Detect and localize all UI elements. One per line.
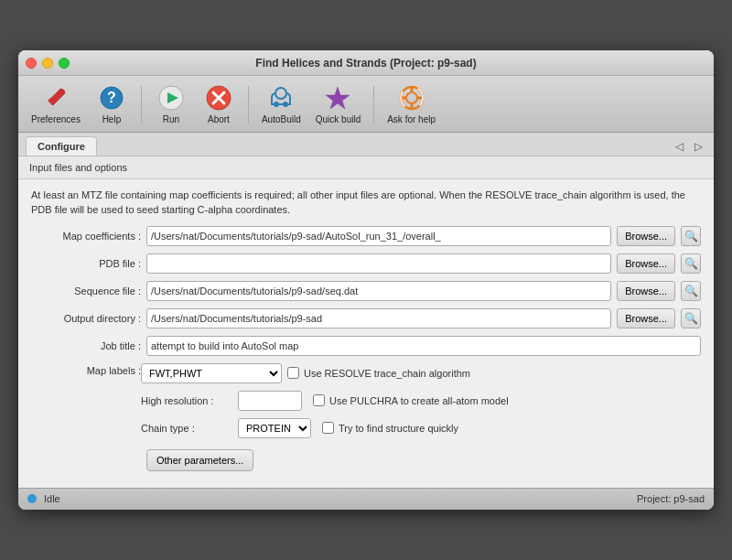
map-coefficients-input[interactable] <box>146 226 611 246</box>
statusbar: Idle Project: p9-sad <box>18 488 714 510</box>
question-icon: ? <box>97 83 126 113</box>
abort-label: Abort <box>208 114 230 124</box>
askhelp-button[interactable]: Ask for help <box>382 80 441 128</box>
traffic-lights <box>26 58 70 69</box>
chain-type-label: Chain type : <box>141 423 232 434</box>
status-indicator <box>27 494 37 503</box>
pulchra-label: Use PULCHRA to create all-atom model <box>329 395 509 406</box>
map-coefficients-row: Map coefficients : Browse... 🔍 <box>31 226 701 246</box>
section-header: Input files and options <box>18 156 714 179</box>
map-labels-label: Map labels : <box>31 365 141 376</box>
info-text: At least an MTZ file containing map coef… <box>31 188 701 217</box>
job-title-input[interactable] <box>146 336 701 356</box>
pdb-file-mag-button[interactable]: 🔍 <box>681 253 701 274</box>
resolve-trace-checkbox[interactable] <box>287 367 299 379</box>
chain-type-select[interactable]: PROTEIN DNA RNA <box>238 418 311 438</box>
maximize-button[interactable] <box>59 58 70 69</box>
output-directory-label: Output directory : <box>31 313 141 324</box>
map-coefficients-browse-button[interactable]: Browse... <box>617 226 675 246</box>
svg-marker-11 <box>326 87 350 109</box>
tab-bar: Configure ◁ ▷ <box>18 133 714 156</box>
output-directory-mag-button[interactable]: 🔍 <box>681 308 701 328</box>
other-params-row: Other parameters... <box>31 446 701 471</box>
tab-navigation: ◁ ▷ <box>672 140 706 153</box>
svg-point-10 <box>283 102 288 107</box>
quickbuild-icon <box>323 83 352 113</box>
content-area: Input files and options At least an MTZ … <box>18 156 714 488</box>
map-coefficients-label: Map coefficients : <box>31 231 141 242</box>
help-label: Help <box>102 114 122 124</box>
abort-button[interactable]: Abort <box>197 80 241 128</box>
run-label: Run <box>163 114 179 124</box>
tab-configure[interactable]: Configure <box>26 136 97 156</box>
window-title: Find Helices and Strands (Project: p9-sa… <box>255 57 476 70</box>
resolve-trace-row: Use RESOLVE trace_chain algorithm <box>287 367 470 379</box>
minimize-button[interactable] <box>42 58 53 69</box>
form-area: At least an MTZ file containing map coef… <box>18 179 714 488</box>
sequence-file-mag-button[interactable]: 🔍 <box>681 281 701 301</box>
sequence-file-label: Sequence file : <box>31 285 141 296</box>
tab-prev-button[interactable]: ◁ <box>672 140 687 153</box>
pulchra-row: Use PULCHRA to create all-atom model <box>313 394 509 406</box>
pdb-file-label: PDB file : <box>31 258 141 269</box>
pdb-file-row: PDB file : Browse... 🔍 <box>31 253 701 274</box>
svg-point-13 <box>406 92 417 103</box>
preferences-label: Preferences <box>31 114 81 124</box>
wrench-icon <box>41 83 70 113</box>
main-window: Find Helices and Strands (Project: p9-sa… <box>18 50 714 510</box>
other-parameters-button[interactable]: Other parameters... <box>146 449 253 471</box>
sequence-file-browse-button[interactable]: Browse... <box>617 281 675 301</box>
run-button[interactable]: Run <box>149 80 193 128</box>
map-labels-select[interactable]: FWT,PHWT FOFCWT,PHFOFCWT 2FOFCWT,PH2FOFC… <box>141 363 282 383</box>
find-quickly-row: Try to find structure quickly <box>322 422 458 434</box>
high-resolution-input[interactable] <box>238 391 302 411</box>
map-labels-row: Map labels : FWT,PHWT FOFCWT,PHFOFCWT 2F… <box>31 363 701 438</box>
lifesaver-icon <box>397 83 426 113</box>
map-coefficients-mag-button[interactable]: 🔍 <box>681 226 701 246</box>
abort-icon <box>204 83 233 113</box>
toolbar-separator-3 <box>373 86 374 123</box>
output-directory-row: Output directory : Browse... 🔍 <box>31 308 701 328</box>
find-quickly-checkbox[interactable] <box>322 422 334 434</box>
job-title-label: Job title : <box>31 340 141 351</box>
sequence-file-row: Sequence file : Browse... 🔍 <box>31 281 701 301</box>
close-button[interactable] <box>26 58 37 69</box>
toolbar-separator-1 <box>141 86 142 123</box>
autobuild-button[interactable]: AutoBuild <box>256 80 307 128</box>
tab-next-button[interactable]: ▷ <box>691 140 706 153</box>
pulchra-checkbox[interactable] <box>313 394 325 406</box>
svg-point-9 <box>274 102 279 107</box>
output-directory-input[interactable] <box>146 308 611 328</box>
svg-text:?: ? <box>107 90 116 105</box>
toolbar-separator-2 <box>248 86 249 123</box>
askhelp-label: Ask for help <box>387 114 436 124</box>
high-resolution-label: High resolution : <box>141 395 232 406</box>
pdb-file-browse-button[interactable]: Browse... <box>617 253 675 274</box>
quickbuild-button[interactable]: Quick build <box>310 80 366 128</box>
find-quickly-label: Try to find structure quickly <box>339 423 458 434</box>
toolbar: Preferences ? Help Run <box>18 76 714 133</box>
preferences-button[interactable]: Preferences <box>26 80 86 128</box>
autobuild-label: AutoBuild <box>262 114 301 124</box>
svg-point-8 <box>275 88 286 99</box>
help-button[interactable]: ? Help <box>90 80 134 128</box>
output-directory-browse-button[interactable]: Browse... <box>617 308 675 328</box>
resolve-trace-label: Use RESOLVE trace_chain algorithm <box>304 368 470 379</box>
sequence-file-input[interactable] <box>146 281 611 301</box>
status-text: Idle <box>44 493 60 504</box>
pdb-file-input[interactable] <box>146 253 611 274</box>
job-title-row: Job title : <box>31 336 701 356</box>
autobuild-icon <box>266 83 296 113</box>
run-icon <box>156 83 186 113</box>
titlebar: Find Helices and Strands (Project: p9-sa… <box>18 50 714 76</box>
project-label: Project: p9-sad <box>637 493 705 504</box>
quickbuild-label: Quick build <box>316 114 361 124</box>
